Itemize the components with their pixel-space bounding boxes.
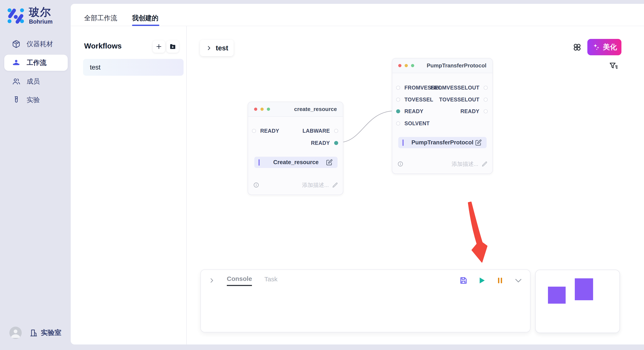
node-dot-green[interactable]	[411, 64, 414, 67]
workflow-list-item[interactable]: test	[83, 59, 184, 76]
port-dot[interactable]	[396, 109, 400, 113]
node-footer: 添加描述...	[253, 181, 338, 189]
chevron-right-icon	[206, 45, 212, 51]
pause-icon[interactable]	[496, 276, 504, 285]
chevron-down-icon[interactable]	[514, 276, 523, 285]
pencil-icon[interactable]	[332, 182, 338, 188]
brand: 玻尔 Bohrium	[6, 6, 52, 25]
port-dot[interactable]	[484, 109, 488, 113]
apps-grid-icon[interactable]	[572, 42, 582, 52]
sidebar-footer: 实验室	[0, 326, 71, 340]
add-workflow-button[interactable]	[153, 40, 165, 53]
node-dot-red[interactable]	[254, 108, 257, 111]
port-in-ready[interactable]: READY	[396, 107, 423, 115]
node-pump-transfer-protocol[interactable]: PumpTransferProtocol FROMVESSEL TOVESSEL…	[392, 58, 493, 174]
minimap-node-pump-transfer	[575, 278, 593, 300]
canvas-breadcrumb[interactable]: test	[200, 40, 234, 56]
import-folder-button[interactable]	[166, 40, 179, 53]
bohrium-logo-icon	[6, 6, 25, 25]
task-tab[interactable]: Task	[264, 276, 278, 285]
port-in-solvent[interactable]: SOLVENT	[396, 119, 430, 127]
box-icon	[12, 40, 20, 48]
node-title: PumpTransferProtocol	[427, 62, 486, 69]
port-dot[interactable]	[334, 129, 338, 133]
port-out-ready[interactable]: READY	[460, 107, 488, 115]
edit-icon[interactable]	[326, 159, 333, 166]
building-icon	[30, 329, 38, 337]
sidebar-item-instruments[interactable]: 仪器耗材	[0, 36, 71, 52]
workflow-icon	[12, 58, 20, 67]
brand-subtitle: Bohrium	[29, 18, 52, 25]
save-icon[interactable]	[459, 276, 468, 285]
sidebar-item-label: 仪器耗材	[26, 39, 53, 48]
node-action-label: Create_resource	[273, 159, 318, 166]
experiment-icon	[12, 96, 20, 104]
port-dot[interactable]	[334, 141, 338, 145]
edit-icon[interactable]	[475, 139, 482, 146]
description-placeholder[interactable]: 添加描述...	[302, 181, 329, 189]
folder-download-icon	[169, 43, 176, 50]
console-expand-icon[interactable]	[208, 277, 215, 284]
sidebar-item-experiments[interactable]: 实验	[0, 92, 71, 108]
node-action-button[interactable]: PumpTransferProtocol	[398, 137, 486, 148]
info-icon[interactable]	[398, 161, 403, 167]
console-actions	[459, 276, 523, 285]
node-header: create_resource	[248, 102, 343, 117]
filter-icon[interactable]	[609, 61, 618, 71]
sidebar-item-label: 实验	[26, 95, 40, 104]
sidebar: 玻尔 Bohrium 仪器耗材 工作流	[0, 0, 71, 350]
minimap-node-create-resource	[548, 287, 566, 304]
node-header: PumpTransferProtocol	[392, 58, 492, 73]
node-dot-yellow[interactable]	[260, 108, 264, 111]
sparkles-icon	[592, 43, 600, 51]
tab-my-created[interactable]: 我创建的	[132, 14, 158, 22]
cursor-bar	[258, 159, 260, 166]
port-dot[interactable]	[396, 121, 400, 126]
node-dot-red[interactable]	[398, 64, 402, 67]
port-out-fromvesselout[interactable]: FROMVESSELOUT	[430, 84, 488, 92]
description-placeholder[interactable]: 添加描述...	[452, 160, 478, 168]
workflow-item-label: test	[90, 64, 100, 71]
breadcrumb-label: test	[216, 44, 228, 52]
brand-title: 玻尔	[29, 6, 52, 18]
info-icon[interactable]	[253, 182, 259, 188]
beautify-button[interactable]: 美化	[587, 39, 622, 55]
port-dot[interactable]	[396, 98, 400, 102]
pencil-icon[interactable]	[481, 161, 488, 167]
node-footer: 添加描述...	[398, 160, 488, 168]
run-play-icon[interactable]	[477, 276, 486, 285]
workflows-title: Workflows	[84, 42, 122, 50]
port-dot[interactable]	[484, 98, 488, 102]
active-tab-underline	[132, 25, 159, 26]
minimap[interactable]	[535, 270, 620, 333]
members-icon	[12, 77, 20, 86]
console-header: Console Task	[208, 275, 523, 286]
sidebar-item-workflow[interactable]: 工作流	[4, 55, 68, 71]
panel-divider	[186, 26, 187, 345]
node-dot-green[interactable]	[267, 108, 270, 111]
console-tab[interactable]: Console	[227, 275, 252, 286]
port-in-tovessel[interactable]: TOVESSEL	[396, 95, 433, 104]
node-action-button[interactable]: Create_resource	[254, 157, 338, 168]
beautify-label: 美化	[603, 42, 617, 52]
port-out-tovesselout[interactable]: TOVESSELOUT	[439, 95, 488, 104]
sidebar-item-members[interactable]: 成员	[0, 73, 71, 90]
tab-all-workflows[interactable]: 全部工作流	[84, 14, 117, 22]
sidebar-item-label: 工作流	[26, 58, 46, 67]
port-out-ready[interactable]: READY	[311, 139, 338, 147]
port-out-labware[interactable]: LABWARE	[302, 127, 338, 135]
node-create-resource[interactable]: create_resource READY LABWARE READY Crea…	[248, 102, 343, 195]
console-panel: Console Task	[200, 269, 530, 332]
port-dot[interactable]	[252, 129, 256, 133]
node-action-label: PumpTransferProtocol	[412, 139, 474, 146]
port-dot[interactable]	[484, 86, 488, 90]
port-in-ready[interactable]: READY	[252, 127, 279, 135]
app-window: 玻尔 Bohrium 仪器耗材 工作流	[0, 0, 644, 350]
lab-switcher[interactable]: 实验室	[30, 328, 61, 338]
user-avatar[interactable]	[9, 327, 22, 339]
sidebar-item-label: 成员	[26, 77, 40, 86]
node-title: create_resource	[294, 106, 337, 113]
node-dot-yellow[interactable]	[405, 64, 408, 67]
port-dot[interactable]	[396, 86, 400, 90]
lab-label: 实验室	[41, 328, 61, 338]
